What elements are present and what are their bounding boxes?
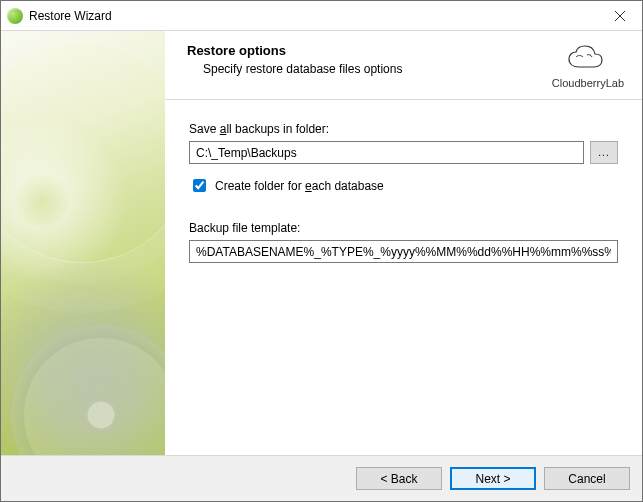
create-folder-checkbox-row[interactable]: Create folder for each database	[189, 176, 618, 195]
app-icon	[7, 8, 23, 24]
form-area: Save all backups in folder: ... Create f…	[165, 100, 642, 273]
restore-wizard-window: Restore Wizard Restore options Specify r…	[0, 0, 643, 502]
wizard-header: Restore options Specify restore database…	[165, 31, 642, 100]
page-title: Restore options	[187, 43, 552, 58]
wizard-footer: < Back Next > Cancel	[1, 455, 642, 501]
title-bar: Restore Wizard	[1, 1, 642, 31]
page-subtitle: Specify restore database files options	[203, 62, 552, 76]
cancel-button[interactable]: Cancel	[544, 467, 630, 490]
brand-name: CloudberryLab	[552, 77, 624, 89]
template-label: Backup file template:	[189, 221, 618, 235]
create-folder-checkbox[interactable]	[193, 179, 206, 192]
wizard-sidebar-graphic	[1, 31, 165, 455]
save-folder-input[interactable]	[189, 141, 584, 164]
close-button[interactable]	[597, 1, 642, 30]
next-button[interactable]: Next >	[450, 467, 536, 490]
back-button[interactable]: < Back	[356, 467, 442, 490]
save-folder-label: Save all backups in folder:	[189, 122, 618, 136]
cloud-icon	[561, 45, 615, 75]
brand-logo: CloudberryLab	[552, 43, 624, 89]
content-panel: Restore options Specify restore database…	[165, 31, 642, 455]
create-folder-label: Create folder for each database	[215, 179, 384, 193]
template-input[interactable]	[189, 240, 618, 263]
client-area: Restore options Specify restore database…	[1, 31, 642, 455]
close-icon	[615, 11, 625, 21]
browse-button[interactable]: ...	[590, 141, 618, 164]
window-title: Restore Wizard	[29, 9, 597, 23]
